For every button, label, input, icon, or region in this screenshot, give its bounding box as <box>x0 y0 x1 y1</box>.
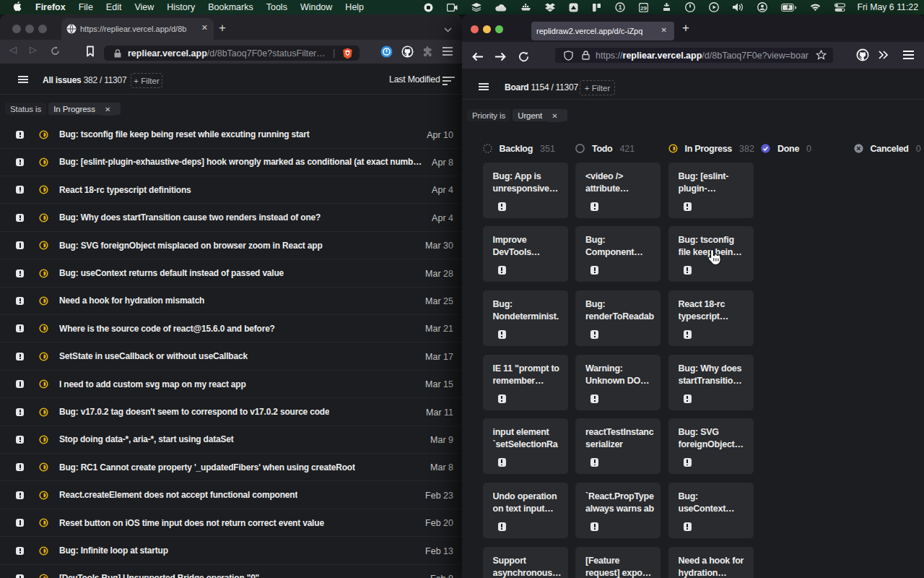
svg-text:1: 1 <box>619 4 622 11</box>
svg-text:29: 29 <box>640 4 647 11</box>
